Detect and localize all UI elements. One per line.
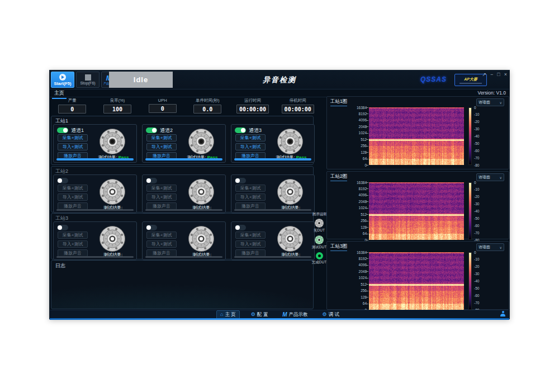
speaker-image [100,179,125,205]
spectrogram-canvas [369,252,464,310]
spectrogram-panel-3: 工站3图 语谱图 ∨ 16384819240962048102451225612… [326,241,509,310]
import-test-button[interactable]: 导入+测试 [146,193,177,201]
import-test-button[interactable]: 导入+测试 [146,143,177,150]
stat-label: 运行时间 [244,98,261,103]
import-test-button[interactable]: 导入+测试 [58,143,88,150]
nav-label: 产品示教 [289,311,308,318]
channel-toggle[interactable] [235,225,246,230]
spectrogram-type-dropdown[interactable]: 语谱图 ∨ [476,98,504,106]
debug-icon: ⚙ [323,312,327,317]
import-test-button[interactable]: 导入+测试 [146,240,177,248]
log-panel: 日志 [51,260,314,309]
collect-test-button[interactable]: 采集+测试 [146,232,177,239]
progress-bar [145,256,222,258]
green-speaker-icon [315,235,324,244]
spectrogram-panel-1: 工站1图 语谱图 ∨ 16384819240962048102451225612… [326,96,509,169]
chevron-down-icon: ∨ [500,101,502,105]
channel-card: 通道2 采集+测试 导入+测试 播放声音 测试结果:Pass [142,124,226,163]
stat-4: 运行时间 00:00:00 [230,97,276,115]
channel-card: 采集+测试 导入+测试 播放声音 测试结果: [53,221,137,260]
log-title: 日志 [55,262,65,270]
stat-2: UPH 0 [140,97,185,115]
nav-label: 调 试 [329,311,339,318]
channel-toggle[interactable] [57,178,68,183]
nav-item-gear[interactable]: ⚙配 置 [248,311,271,319]
speaker-image [277,129,303,154]
bottom-nav: ⌂主 页⚙配 置M产品示教⚙调 试 [50,310,509,319]
colorbar [468,252,472,310]
channel-toggle[interactable] [57,127,68,133]
progress-bar [145,158,222,160]
spectrogram-type-dropdown[interactable]: 语谱图 ∨ [476,243,504,251]
progress-bar [145,209,222,211]
stat-label: 良率(%) [110,98,125,103]
collect-test-button[interactable]: 采集+测试 [235,185,266,192]
speaker-image [100,226,125,252]
award-badge-text: AP大赛 [464,77,477,82]
progress-bar [56,209,134,211]
collect-test-button[interactable]: 采集+测试 [58,232,88,239]
nav-label: 配 置 [257,311,268,318]
stat-3: 单件时间(秒) 0.0 [185,97,230,115]
dut-legend: 图示说明 无DUT 测试DUT 完成DUT [312,212,326,267]
stat-1: 良率(%) 100 [95,97,140,115]
user-icon[interactable] [500,311,506,317]
import-test-button[interactable]: 导入+测试 [58,193,88,201]
speaker-image [100,129,125,154]
home-icon: ⌂ [220,312,223,317]
legend-item-no-dut: 无DUT [312,219,326,233]
nav-item-m-logo[interactable]: M产品示教 [279,311,311,319]
speaker-image [188,129,214,154]
progress-bar [234,158,311,160]
speaker-image [277,226,303,252]
collect-test-button[interactable]: 采集+测试 [58,185,88,192]
import-test-button[interactable]: 导入+测试 [58,240,88,248]
nav-item-debug[interactable]: ⚙调 试 [319,311,343,319]
green-ring-icon [316,252,323,259]
gray-speaker-icon [315,219,324,228]
channel-card: 采集+测试 导入+测试 播放声音 测试结果: [142,221,226,260]
colorbar [468,182,472,240]
import-test-button[interactable]: 导入+测试 [235,143,266,150]
progress-bar [56,158,134,160]
close-icon[interactable]: × [504,71,507,78]
channel-toggle[interactable] [146,225,157,230]
speaker-image [188,226,214,252]
legend-item-testing-dut: 测试DUT [312,235,326,250]
spectrogram-type-dropdown[interactable]: 语谱图 ∨ [476,173,504,181]
collect-test-button[interactable]: 采集+测试 [235,134,266,141]
channel-card: 通道3 采集+测试 导入+测试 播放声音 测试结果:Pass [231,124,315,163]
import-test-button[interactable]: 导入+测试 [235,193,266,201]
maximize-icon[interactable]: □ [497,71,500,78]
m-logo-icon: M [282,312,287,317]
speaker-image [277,179,303,205]
channel-toggle[interactable] [146,178,157,183]
channel-toggle[interactable] [235,127,246,133]
minimize-icon[interactable]: − [490,71,493,78]
restore-icon[interactable]: ↗ [482,71,486,78]
channel-toggle[interactable] [146,127,157,133]
bottom-accent-line [50,318,509,320]
dropdown-value: 语谱图 [479,244,490,250]
stats-row: 产量 0良率(%) 100UPH 0单件时间(秒) 0.0运行时间 00:00:… [50,97,320,115]
dropdown-value: 语谱图 [479,174,490,180]
channel-card: 采集+测试 导入+测试 播放声音 测试结果: [231,221,315,260]
import-test-button[interactable]: 导入+测试 [235,240,266,248]
gear-icon: ⚙ [251,312,255,317]
stat-label: 单件时间(秒) [196,98,220,103]
stat-value: 00:00:00 [236,105,269,114]
progress-bar [234,209,311,211]
collect-test-button[interactable]: 采集+测试 [146,134,177,141]
channel-toggle[interactable] [57,225,68,230]
stat-value: 0.0 [193,105,221,114]
progress-bar [56,256,134,258]
spectrogram-canvas [369,107,464,165]
window-controls: ↗ − □ × [482,71,507,78]
station-group-1: 工站1 通道1 采集+测试 导入+测试 播放声音 测试结果:Pass 通道2 采… [51,116,314,165]
channel-toggle[interactable] [235,178,246,183]
station-group-3: 工站3 采集+测试 导入+测试 播放声音 测试结果: 采集+测试 导入+测试 播… [51,213,314,259]
collect-test-button[interactable]: 采集+测试 [235,232,266,239]
collect-test-button[interactable]: 采集+测试 [146,185,177,192]
legend-title: 图示说明 [312,212,326,217]
collect-test-button[interactable]: 采集+测试 [58,134,88,141]
